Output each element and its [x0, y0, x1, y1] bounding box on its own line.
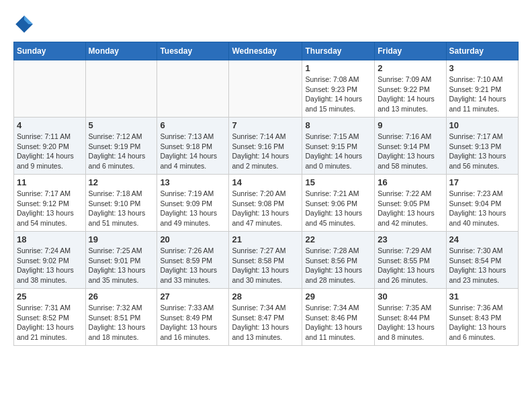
day-number: 10: [449, 120, 515, 130]
weekday-header-wednesday: Wednesday: [229, 42, 302, 60]
logo-icon: [13, 13, 35, 35]
calendar-cell: 1Sunrise: 7:08 AM Sunset: 9:23 PM Daylig…: [302, 60, 375, 118]
day-info: Sunrise: 7:36 AM Sunset: 8:43 PM Dayligh…: [449, 303, 515, 342]
calendar-cell: 5Sunrise: 7:12 AM Sunset: 9:19 PM Daylig…: [85, 118, 157, 175]
calendar-cell: 8Sunrise: 7:15 AM Sunset: 9:15 PM Daylig…: [302, 118, 375, 175]
day-number: 30: [378, 291, 443, 302]
calendar-cell: 17Sunrise: 7:23 AM Sunset: 9:04 PM Dayli…: [446, 175, 518, 232]
calendar-cell: 4Sunrise: 7:11 AM Sunset: 9:20 PM Daylig…: [14, 118, 86, 175]
day-info: Sunrise: 7:14 AM Sunset: 9:16 PM Dayligh…: [232, 132, 299, 171]
calendar-cell: 27Sunrise: 7:33 AM Sunset: 8:49 PM Dayli…: [157, 289, 229, 346]
weekday-header-monday: Monday: [85, 42, 157, 60]
day-number: 18: [17, 234, 83, 244]
weekday-header-sunday: Sunday: [14, 42, 86, 60]
calendar-cell: 19Sunrise: 7:25 AM Sunset: 9:01 PM Dayli…: [85, 232, 157, 289]
day-info: Sunrise: 7:30 AM Sunset: 8:54 PM Dayligh…: [449, 246, 515, 285]
day-info: Sunrise: 7:17 AM Sunset: 9:13 PM Dayligh…: [449, 132, 515, 171]
day-info: Sunrise: 7:34 AM Sunset: 8:47 PM Dayligh…: [232, 303, 299, 342]
day-info: Sunrise: 7:22 AM Sunset: 9:05 PM Dayligh…: [378, 189, 443, 228]
calendar-cell: 30Sunrise: 7:35 AM Sunset: 8:44 PM Dayli…: [375, 289, 446, 346]
calendar-cell: 18Sunrise: 7:24 AM Sunset: 9:02 PM Dayli…: [14, 232, 86, 289]
day-info: Sunrise: 7:18 AM Sunset: 9:10 PM Dayligh…: [89, 189, 154, 228]
day-number: 21: [232, 234, 299, 244]
day-info: Sunrise: 7:12 AM Sunset: 9:19 PM Dayligh…: [89, 132, 154, 171]
calendar-cell: [85, 60, 157, 118]
day-number: 31: [449, 291, 515, 302]
day-info: Sunrise: 7:17 AM Sunset: 9:12 PM Dayligh…: [17, 189, 83, 228]
day-number: 25: [17, 291, 83, 302]
day-info: Sunrise: 7:09 AM Sunset: 9:22 PM Dayligh…: [378, 75, 443, 114]
day-info: Sunrise: 7:10 AM Sunset: 9:21 PM Dayligh…: [449, 75, 515, 114]
day-info: Sunrise: 7:19 AM Sunset: 9:09 PM Dayligh…: [160, 189, 226, 228]
calendar-cell: 12Sunrise: 7:18 AM Sunset: 9:10 PM Dayli…: [85, 175, 157, 232]
day-info: Sunrise: 7:20 AM Sunset: 9:08 PM Dayligh…: [232, 189, 299, 228]
calendar-cell: 6Sunrise: 7:13 AM Sunset: 9:18 PM Daylig…: [157, 118, 229, 175]
calendar-cell: 23Sunrise: 7:29 AM Sunset: 8:55 PM Dayli…: [375, 232, 446, 289]
calendar-cell: [14, 60, 86, 118]
calendar-cell: 3Sunrise: 7:10 AM Sunset: 9:21 PM Daylig…: [446, 60, 518, 118]
weekday-header-tuesday: Tuesday: [157, 42, 229, 60]
day-number: 9: [378, 120, 443, 130]
day-info: Sunrise: 7:33 AM Sunset: 8:49 PM Dayligh…: [160, 303, 226, 342]
calendar-cell: 21Sunrise: 7:27 AM Sunset: 8:58 PM Dayli…: [229, 232, 302, 289]
day-number: 19: [89, 234, 154, 244]
calendar-cell: 13Sunrise: 7:19 AM Sunset: 9:09 PM Dayli…: [157, 175, 229, 232]
day-number: 16: [378, 177, 443, 187]
logo: [13, 13, 38, 35]
day-number: 23: [378, 234, 443, 244]
calendar-cell: 24Sunrise: 7:30 AM Sunset: 8:54 PM Dayli…: [446, 232, 518, 289]
day-number: 6: [160, 120, 226, 130]
day-info: Sunrise: 7:11 AM Sunset: 9:20 PM Dayligh…: [17, 132, 83, 171]
weekday-header-saturday: Saturday: [446, 42, 518, 60]
day-info: Sunrise: 7:28 AM Sunset: 8:56 PM Dayligh…: [305, 246, 371, 285]
calendar-cell: 2Sunrise: 7:09 AM Sunset: 9:22 PM Daylig…: [375, 60, 446, 118]
day-info: Sunrise: 7:15 AM Sunset: 9:15 PM Dayligh…: [305, 132, 371, 171]
day-info: Sunrise: 7:21 AM Sunset: 9:06 PM Dayligh…: [305, 189, 371, 228]
day-number: 11: [17, 177, 83, 187]
day-number: 29: [305, 291, 371, 302]
weekday-header-friday: Friday: [375, 42, 446, 60]
day-info: Sunrise: 7:23 AM Sunset: 9:04 PM Dayligh…: [449, 189, 515, 228]
day-number: 12: [89, 177, 154, 187]
day-number: 14: [232, 177, 299, 187]
day-number: 20: [160, 234, 226, 244]
day-number: 4: [17, 120, 83, 130]
calendar-cell: 15Sunrise: 7:21 AM Sunset: 9:06 PM Dayli…: [302, 175, 375, 232]
day-number: 7: [232, 120, 299, 130]
calendar-cell: 7Sunrise: 7:14 AM Sunset: 9:16 PM Daylig…: [229, 118, 302, 175]
day-info: Sunrise: 7:26 AM Sunset: 8:59 PM Dayligh…: [160, 246, 226, 285]
day-number: 1: [305, 63, 371, 73]
day-number: 24: [449, 234, 515, 244]
day-number: 22: [305, 234, 371, 244]
day-number: 3: [449, 63, 515, 73]
calendar-week-4: 18Sunrise: 7:24 AM Sunset: 9:02 PM Dayli…: [14, 232, 519, 289]
day-info: Sunrise: 7:29 AM Sunset: 8:55 PM Dayligh…: [378, 246, 443, 285]
weekday-header-thursday: Thursday: [302, 42, 375, 60]
calendar-table: SundayMondayTuesdayWednesdayThursdayFrid…: [13, 42, 519, 346]
day-info: Sunrise: 7:13 AM Sunset: 9:18 PM Dayligh…: [160, 132, 226, 171]
day-number: 17: [449, 177, 515, 187]
day-number: 28: [232, 291, 299, 302]
calendar-cell: 26Sunrise: 7:32 AM Sunset: 8:51 PM Dayli…: [85, 289, 157, 346]
calendar-cell: 28Sunrise: 7:34 AM Sunset: 8:47 PM Dayli…: [229, 289, 302, 346]
day-info: Sunrise: 7:25 AM Sunset: 9:01 PM Dayligh…: [89, 246, 154, 285]
day-number: 8: [305, 120, 371, 130]
day-info: Sunrise: 7:24 AM Sunset: 9:02 PM Dayligh…: [17, 246, 83, 285]
day-info: Sunrise: 7:27 AM Sunset: 8:58 PM Dayligh…: [232, 246, 299, 285]
day-number: 2: [378, 63, 443, 73]
day-info: Sunrise: 7:35 AM Sunset: 8:44 PM Dayligh…: [378, 303, 443, 342]
calendar-cell: 11Sunrise: 7:17 AM Sunset: 9:12 PM Dayli…: [14, 175, 86, 232]
page-header: [13, 13, 519, 35]
calendar-week-2: 4Sunrise: 7:11 AM Sunset: 9:20 PM Daylig…: [14, 118, 519, 175]
day-number: 13: [160, 177, 226, 187]
weekday-header-row: SundayMondayTuesdayWednesdayThursdayFrid…: [14, 42, 519, 60]
day-number: 26: [89, 291, 154, 302]
day-number: 27: [160, 291, 226, 302]
calendar-cell: 14Sunrise: 7:20 AM Sunset: 9:08 PM Dayli…: [229, 175, 302, 232]
calendar-week-3: 11Sunrise: 7:17 AM Sunset: 9:12 PM Dayli…: [14, 175, 519, 232]
day-info: Sunrise: 7:31 AM Sunset: 8:52 PM Dayligh…: [17, 303, 83, 342]
calendar-cell: [229, 60, 302, 118]
calendar-cell: 16Sunrise: 7:22 AM Sunset: 9:05 PM Dayli…: [375, 175, 446, 232]
calendar-week-5: 25Sunrise: 7:31 AM Sunset: 8:52 PM Dayli…: [14, 289, 519, 346]
calendar-week-1: 1Sunrise: 7:08 AM Sunset: 9:23 PM Daylig…: [14, 60, 519, 118]
